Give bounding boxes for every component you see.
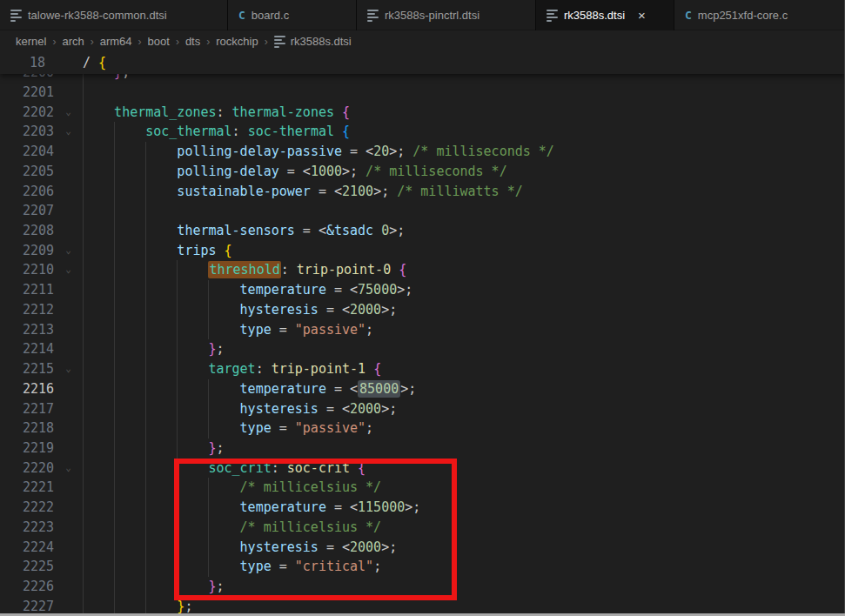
code-line-2205[interactable]: 2205polling-delay = <1000>; /* milliseco… [0, 162, 845, 182]
line-number[interactable]: 2204 [0, 142, 54, 162]
code-token: polling-delay-passive [177, 144, 342, 159]
line-number[interactable]: 2225 [0, 557, 54, 577]
breadcrumb-item-rockchip[interactable]: rockchip [216, 35, 258, 48]
line-number[interactable]: 2226 [0, 577, 54, 597]
fold-chevron-icon[interactable]: ⌄ [54, 459, 83, 479]
line-number[interactable]: 2212 [0, 300, 54, 320]
code-line-2206[interactable]: 2206sustainable-power = <2100>; /* milli… [0, 182, 845, 202]
breadcrumb-item-boot[interactable]: boot [148, 35, 170, 48]
indent-guide [83, 577, 84, 597]
code-token: ; [365, 420, 373, 436]
breadcrumb-item-arch[interactable]: arch [62, 35, 84, 48]
code-line-2202[interactable]: 2202⌄thermal_zones: thermal-zones { [0, 103, 845, 123]
code-token: polling-delay [177, 164, 278, 179]
code-token: hysteresis [240, 401, 319, 417]
close-tab-icon[interactable]: × [638, 9, 646, 22]
code-token: >; [397, 282, 412, 298]
code-line-2203[interactable]: 2203⌄soc_thermal: soc-thermal { [0, 122, 845, 142]
indent-guide [114, 498, 115, 518]
code-line-2207[interactable]: 2207 [0, 201, 845, 221]
code-token: soc-thermal [248, 124, 334, 139]
tab-mcp251xfd-core.c[interactable]: Cmcp251xfd-core.c [674, 0, 845, 30]
line-number[interactable]: 2209 [0, 241, 54, 261]
line-number[interactable]: 2214 [0, 339, 54, 359]
tab-rk3588s-pinctrl.dtsi[interactable]: rk3588s-pinctrl.dtsi [357, 0, 536, 30]
chevron-right-icon: › [52, 36, 56, 48]
line-number[interactable]: 2207 [0, 201, 54, 221]
line-number[interactable]: 2202 [0, 103, 54, 123]
code-line-2215[interactable]: 2215⌄target: trip-point-1 { [0, 359, 845, 379]
code-line-2213[interactable]: 2213type = "passive"; [0, 320, 845, 340]
code-text: hysteresis = <2000>; [83, 300, 397, 320]
indent-guide [145, 339, 146, 359]
sticky-scroll-line[interactable]: 18/ { [0, 52, 845, 74]
line-number[interactable]: 2219 [0, 439, 54, 459]
indent-guide [114, 260, 115, 280]
line-number[interactable]: 2213 [0, 320, 54, 340]
fold-chevron-icon[interactable]: ⌄ [54, 260, 83, 280]
fold-chevron-icon[interactable]: ⌄ [54, 241, 83, 261]
line-number[interactable]: 2215 [0, 359, 54, 379]
code-token: 20 [373, 144, 389, 159]
indent-guide [145, 439, 146, 459]
code-token: >; [400, 381, 416, 397]
line-number[interactable]: 2224 [0, 538, 54, 558]
line-number[interactable]: 2206 [0, 182, 54, 202]
line-number[interactable]: 2217 [0, 399, 54, 419]
indent-guide [177, 320, 178, 340]
code-token: = [272, 322, 295, 338]
line-number[interactable]: 2203 [0, 122, 54, 142]
indent-guide [114, 182, 115, 202]
line-number[interactable]: 2218 [0, 418, 54, 439]
code-line-2212[interactable]: 2212hysteresis = <2000>; [0, 300, 845, 320]
code-line-2214[interactable]: 2214}; [0, 339, 845, 359]
code-token: trip-point-1 [272, 361, 365, 377]
code-line-2210[interactable]: 2210⌄threshold: trip-point-0 { [0, 260, 845, 280]
line-number[interactable]: 2220 [0, 459, 54, 479]
dtsi-file-icon [547, 10, 558, 22]
tab-rk3588s.dtsi[interactable]: rk3588s.dtsi× [536, 0, 674, 30]
indent-guide [145, 300, 146, 320]
line-number[interactable]: 2208 [0, 221, 54, 241]
code-line-2201[interactable]: 2201 [0, 83, 845, 103]
code-line-2218[interactable]: 2218type = "passive"; [0, 418, 845, 439]
line-number[interactable]: 2211 [0, 280, 54, 300]
code-token: trip-point-0 [297, 262, 391, 278]
indent-guide [177, 418, 178, 439]
code-line-2204[interactable]: 2204polling-delay-passive = <20>; /* mil… [0, 142, 845, 162]
breadcrumb-item-arm64[interactable]: arm64 [100, 35, 132, 48]
code-text: trips { [83, 241, 232, 261]
line-number[interactable]: 2201 [0, 83, 54, 103]
line-number[interactable]: 2221 [0, 478, 54, 498]
code-token: } [208, 341, 216, 357]
breadcrumb-item-kernel[interactable]: kernel [16, 35, 46, 48]
fold-chevron-icon[interactable]: ⌄ [54, 103, 83, 123]
code-token: trips [177, 243, 216, 258]
line-number[interactable]: 2223 [0, 518, 54, 538]
code-text: thermal_zones: thermal-zones { [83, 103, 350, 123]
breadcrumb-item-file[interactable]: rk3588s.dtsi [274, 35, 352, 48]
fold-chevron-icon[interactable]: ⌄ [54, 122, 83, 142]
tab-label: board.c [251, 9, 289, 22]
code-token: { [342, 124, 350, 139]
breadcrumb-item-dts[interactable]: dts [185, 35, 200, 48]
code-line-2211[interactable]: 2211temperature = <75000>; [0, 280, 845, 300]
code-token: 1000 [311, 164, 342, 179]
fold-chevron-icon[interactable]: ⌄ [54, 359, 83, 379]
indent-guide [83, 478, 84, 498]
line-number[interactable]: 2210 [0, 260, 54, 280]
code-line-2219[interactable]: 2219}; [0, 439, 845, 459]
code-line-2208[interactable]: 2208thermal-sensors = <&tsadc 0>; [0, 221, 845, 241]
line-number[interactable]: 2205 [0, 162, 54, 182]
code-line-2209[interactable]: 2209⌄trips { [0, 241, 845, 261]
code-line-2217[interactable]: 2217hysteresis = <2000>; [0, 399, 845, 419]
tab-board.c[interactable]: Cboard.c [228, 0, 357, 30]
code-line-2216[interactable]: 2216temperature = <85000>; [0, 379, 845, 399]
indent-guide [145, 478, 146, 498]
code-token: : [232, 124, 248, 139]
indent-guide [114, 280, 115, 300]
indent-guide [208, 399, 209, 419]
line-number[interactable]: 2216 [0, 379, 54, 399]
line-number[interactable]: 2222 [0, 498, 54, 518]
tab-talowe-rk3588-common.dtsi[interactable]: talowe-rk3588-common.dtsi [0, 0, 228, 30]
